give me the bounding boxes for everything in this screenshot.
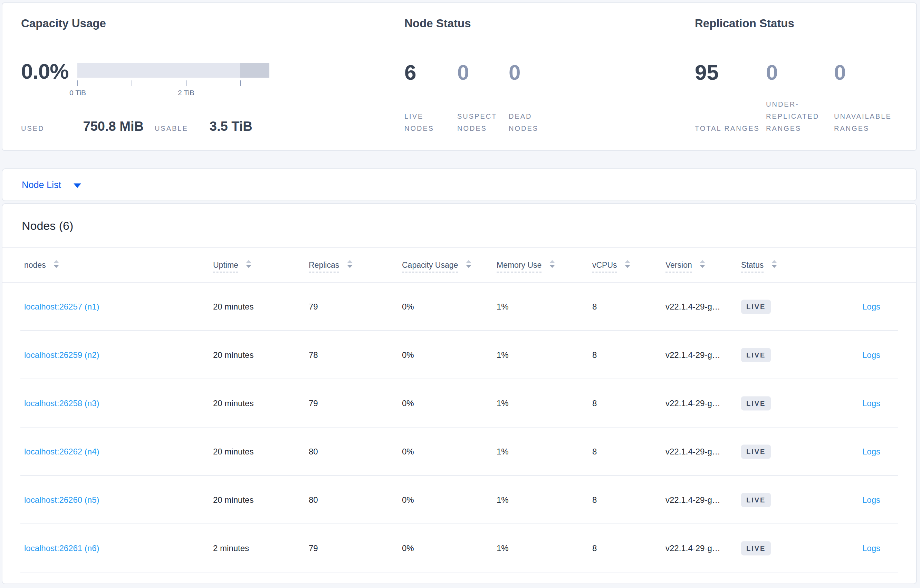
memory-cell: 1% [497,302,509,312]
replicas-cell: 79 [309,543,318,553]
capacity-kpis: USED 750.8 MiB USABLE 3.5 TiB [21,119,253,134]
node-list-bar: Node List [2,168,917,201]
capacity-percent: 0.0% [21,59,68,84]
sort-icon [771,260,777,268]
table-row: localhost:26261 (n6) 2 minutes 79 0% 1% … [2,524,916,572]
node-address-link[interactable]: localhost:26257 (n1) [24,302,99,311]
node-list-dropdown[interactable]: Node List [22,179,81,190]
live-nodes-stat: 6 LIVE NODES [404,62,457,134]
memory-cell: 1% [497,350,509,360]
dead-nodes-stat: 0 DEAD NODES [509,62,562,134]
memory-cell: 1% [497,543,509,553]
capacity-cell: 0% [402,447,414,457]
axis-tick [240,81,241,86]
column-header-capacity-usage[interactable]: Capacity Usage [402,260,471,270]
memory-cell: 1% [497,495,509,505]
logs-link[interactable]: Logs [862,543,880,553]
capacity-cell: 0% [402,302,414,312]
sort-icon [53,260,59,268]
replicas-cell: 80 [309,495,318,505]
stat-label: SUSPECT NODES [457,99,499,134]
node-address-link[interactable]: localhost:26262 (n4) [24,447,99,456]
column-header-version[interactable]: Version [666,260,705,270]
capacity-bar-dark-segment [240,63,269,78]
column-header-replicas[interactable]: Replicas [309,260,353,270]
usable-label: USABLE [155,124,188,132]
uptime-cell: 20 minutes [213,447,253,457]
column-header-nodes[interactable]: nodes [24,260,59,270]
replication-status-panel: Replication Status 95 TOTAL RANGES 0 UND… [695,17,909,30]
column-header-vcpus[interactable]: vCPUs [592,260,630,270]
uptime-cell: 20 minutes [213,350,253,360]
stat-value: 0 [766,62,834,83]
logs-link[interactable]: Logs [862,495,880,504]
replication-status-title: Replication Status [695,17,909,30]
logs-link[interactable]: Logs [862,302,880,311]
nodes-table-card: Nodes (6) nodes Uptime Replicas Capacity… [2,203,917,584]
sort-icon [625,260,630,268]
status-badge: LIVE [741,445,771,459]
replicas-cell: 79 [309,399,318,408]
node-status-title: Node Status [404,17,681,30]
uptime-cell: 20 minutes [213,495,253,505]
replicas-cell: 79 [309,302,318,312]
used-label: USED [21,124,45,132]
axis-tick [131,81,132,86]
capacity-cell: 0% [402,399,414,408]
stat-label: UNAVAILABLE RANGES [834,99,900,134]
nodes-table-title: Nodes (6) [22,219,73,233]
status-badge: LIVE [741,396,771,410]
table-row: localhost:26260 (n5) 20 minutes 80 0% 1%… [2,476,916,524]
replicas-cell: 78 [309,350,318,360]
vcpus-cell: 8 [592,399,597,408]
table-row: localhost:26259 (n2) 20 minutes 78 0% 1%… [2,331,916,379]
stat-value: 95 [695,62,766,83]
table-header-row: nodes Uptime Replicas Capacity Usage Mem… [2,248,916,282]
version-cell: v22.1.4-29-g… [666,399,721,408]
vcpus-cell: 8 [592,543,597,553]
sort-icon [549,260,555,268]
capacity-usage-panel: Capacity Usage 0.0% 0 TiB 2 TiB USED 750… [21,17,394,30]
version-cell: v22.1.4-29-g… [666,495,721,505]
status-badge: LIVE [741,348,771,362]
total-ranges-stat: 95 TOTAL RANGES [695,62,766,134]
column-header-memory-use[interactable]: Memory Use [497,260,555,270]
status-badge: LIVE [741,493,771,507]
node-address-link[interactable]: localhost:26259 (n2) [24,350,99,360]
vcpus-cell: 8 [592,302,597,312]
node-address-link[interactable]: localhost:26258 (n3) [24,399,99,408]
memory-cell: 1% [497,447,509,457]
under-replicated-ranges-stat: 0 UNDER-REPLICATED RANGES [766,62,834,134]
table-row: localhost:26257 (n1) 20 minutes 79 0% 1%… [2,283,916,331]
column-header-uptime[interactable]: Uptime [213,260,251,270]
logs-link[interactable]: Logs [862,350,880,360]
version-cell: v22.1.4-29-g… [666,447,721,457]
uptime-cell: 20 minutes [213,302,253,312]
node-address-link[interactable]: localhost:26260 (n5) [24,495,99,504]
column-header-status[interactable]: Status [741,260,777,270]
vcpus-cell: 8 [592,447,597,457]
sort-icon [246,260,251,268]
capacity-usage-title: Capacity Usage [21,17,394,30]
stat-value: 0 [834,62,905,83]
stat-label: DEAD NODES [509,99,550,134]
stat-label: TOTAL RANGES [695,99,760,134]
replicas-cell: 80 [309,447,318,457]
axis-tick [186,81,186,86]
stat-label: UNDER-REPLICATED RANGES [766,99,832,134]
node-address-link[interactable]: localhost:26261 (n6) [24,543,99,553]
logs-link[interactable]: Logs [862,399,880,408]
table-body: localhost:26257 (n1) 20 minutes 79 0% 1%… [2,283,916,572]
capacity-cell: 0% [402,495,414,505]
stat-label: LIVE NODES [404,99,446,134]
stat-value: 0 [457,62,509,83]
axis-tick-label: 2 TiB [171,89,202,97]
chevron-down-icon [74,183,81,188]
version-cell: v22.1.4-29-g… [666,543,721,553]
vcpus-cell: 8 [592,495,597,505]
table-row: localhost:26262 (n4) 20 minutes 80 0% 1%… [2,428,916,476]
stat-value: 0 [509,62,562,83]
logs-link[interactable]: Logs [862,447,880,456]
axis-tick-label: 0 TiB [62,89,93,97]
status-badge: LIVE [741,541,771,556]
